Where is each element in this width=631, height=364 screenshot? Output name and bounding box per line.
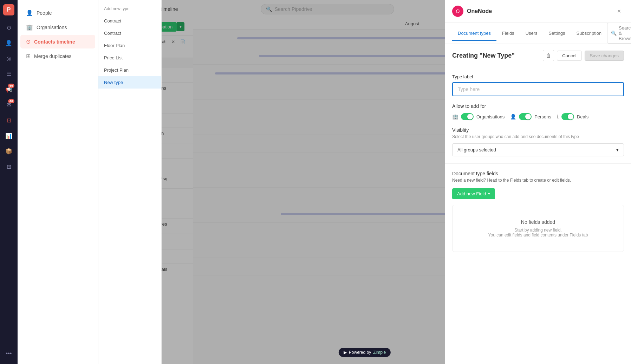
add-new-type-item[interactable]: Add new type [98,3,161,15]
organisations-icon: 🏢 [452,114,458,119]
persons-toggle[interactable] [519,113,532,120]
doc-type-floor-plan[interactable]: Floor Plan [98,39,161,52]
search-browse-btn[interactable]: 🔍 Search & Browse [607,23,631,44]
organisations-toggle[interactable] [461,113,474,120]
modal-tabs: Document types Fields Users Settings Sub… [445,23,631,44]
main-content: ☰ Contacts / Contacts timeline 🔍 Search … [98,0,631,364]
tab-subscription[interactable]: Subscription [571,26,607,41]
document-types-panel: Add new type Contract Contract Floor Pla… [98,0,162,364]
nav-mail[interactable]: ✉ 40 [2,98,15,111]
allow-section: Allow to add for 🏢 Organisations 👤 [445,103,631,127]
doc-type-contract-1[interactable]: Contract [98,15,161,27]
tab-users[interactable]: Users [520,26,543,41]
doc-type-contract-2[interactable]: Contract [98,27,161,39]
settings-panel: O OneNode × Document types Fields Users … [445,0,631,364]
mail-badge: 40 [8,99,14,103]
nav-marketplace[interactable]: ⊞ [2,160,15,173]
nav-reports[interactable]: 📊 [2,129,15,142]
deals-toggle[interactable] [561,113,574,120]
fields-title: Document type fields [452,171,624,176]
doc-type-price-list[interactable]: Price List [98,52,161,64]
modal-top-bar: O OneNode × [445,0,631,23]
left-navigation: P ⊙ 👤 ◎ ☰ 📢 69 ✉ 40 ⊡ 📊 📦 ⊞ ••• [0,0,18,364]
type-label-title: Type label [452,74,624,79]
persons-label: Persons [534,114,551,119]
people-icon: 👤 [26,9,33,16]
allow-deals: ℹ Deals [557,113,588,120]
allow-title: Allow to add for [452,103,624,109]
toggle-knob [467,114,473,119]
no-fields-box: No fields added Start by adding new fiel… [452,205,624,252]
doc-type-new-type[interactable]: New type [98,76,161,89]
nav-activities[interactable]: ☰ [2,67,15,80]
save-changes-button[interactable]: Save changes [585,51,624,61]
powered-by-text: Powered by [349,350,371,355]
add-field-button[interactable]: Add new Field ▾ [452,188,495,199]
visibility-dropdown[interactable]: All groups selected ▾ [452,143,624,156]
tab-fields[interactable]: Fields [496,26,520,41]
modal-close-button[interactable]: × [614,6,624,16]
fields-desc: Need a new field? Head to the Fields tab… [452,178,624,183]
allow-organisations: 🏢 Organisations [452,113,505,120]
zimple-brand: Zimple [373,350,386,355]
visibility-value: All groups selected [457,147,496,152]
visibility-title: Visiblity [452,127,624,133]
visibility-desc: Select the user groups who can add and s… [452,134,624,139]
allow-persons: 👤 Persons [510,113,551,120]
trash-icon: 🗑 [546,53,551,58]
merge-icon: ⊞ [26,53,31,59]
add-field-dropdown-icon: ▾ [488,191,490,196]
app-logo[interactable]: P [3,4,14,15]
powered-by-icon: ▶ [344,350,347,355]
persons-icon: 👤 [510,114,516,119]
chevron-down-icon: ▾ [616,147,619,152]
deals-info-icon: ℹ [557,114,559,119]
delete-type-button[interactable]: 🗑 [543,50,554,61]
toggle-knob [568,114,573,119]
modal-overlay[interactable]: Add new type Contract Contract Floor Pla… [98,0,631,364]
no-fields-line1: Start by adding new field. [460,228,617,233]
doc-type-project-plan[interactable]: Project Plan [98,64,161,76]
sidebar-item-contacts-timeline[interactable]: ⊙ Contacts timeline [20,35,95,48]
creating-actions: 🗑 Cancel Save changes [543,50,624,61]
timeline-icon: ⊙ [26,38,31,45]
sidebar-item-merge-duplicates[interactable]: ⊞ Merge duplicates [20,49,95,63]
nav-products[interactable]: 📦 [2,145,15,157]
creating-title: Creating "New Type" [452,52,539,59]
creating-header: Creating "New Type" 🗑 Cancel Save change… [445,44,631,67]
sidebar: 👤 People 🏢 Organisations ⊙ Contacts time… [18,0,98,364]
fields-section: Document type fields Need a new field? H… [445,164,631,259]
sidebar-item-people[interactable]: 👤 People [20,6,95,20]
nav-contacts[interactable]: 👤 [2,37,15,49]
form-section: Type label [445,67,631,103]
add-field-label: Add new Field [457,191,486,196]
organisations-icon: 🏢 [26,24,33,31]
company-logo: O [452,6,463,17]
tab-settings[interactable]: Settings [543,26,571,41]
deals-label: Deals [577,114,588,119]
visibility-section: Visiblity Select the user groups who can… [445,127,631,164]
search-icon: 🔍 [611,31,617,36]
cancel-button[interactable]: Cancel [557,51,581,61]
nav-campaigns[interactable]: 📢 69 [2,83,15,96]
organisations-label: Organisations [476,114,505,119]
no-fields-title: No fields added [460,219,617,225]
nav-smart-contact[interactable]: ⊡ [2,114,15,126]
nav-more[interactable]: ••• [2,347,15,360]
nav-home[interactable]: ⊙ [2,21,15,34]
sidebar-item-organisations[interactable]: 🏢 Organisations [20,20,95,34]
nav-deals[interactable]: ◎ [2,52,15,65]
zimple-badge: ▶ Powered by Zimple [339,348,391,357]
toggle-knob [525,114,531,119]
type-label-input[interactable] [452,82,624,96]
allow-row: 🏢 Organisations 👤 Persons [452,113,624,120]
campaigns-badge: 69 [8,84,14,88]
tab-document-types[interactable]: Document types [452,26,496,41]
no-fields-line2: You can edit fields and field contents u… [460,233,617,238]
modal-company-name: OneNode [467,8,611,14]
